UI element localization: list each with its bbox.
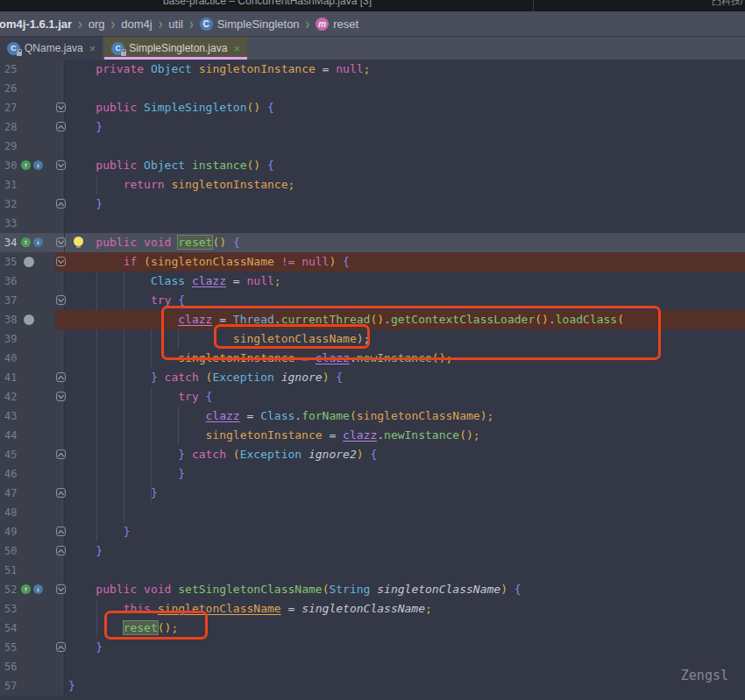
code-token (68, 467, 178, 480)
fold-toggle-icon[interactable] (56, 488, 66, 498)
fold-toggle-icon[interactable] (56, 122, 66, 131)
code-text[interactable] (65, 657, 745, 676)
code-text[interactable]: singletonInstance = clazz.newInstance(); (65, 349, 745, 368)
code-token: ; (425, 602, 432, 615)
code-text[interactable]: public void reset() { (65, 233, 745, 252)
breadcrumb-item-simplesingleton[interactable]: CSimpleSingleton (200, 18, 300, 31)
code-line-57: 57} (0, 676, 745, 696)
code-text[interactable]: } (65, 464, 745, 484)
line-number: 38 (4, 310, 17, 329)
fold-toggle-icon[interactable] (56, 103, 66, 112)
code-text[interactable] (65, 503, 745, 522)
code-text[interactable]: } (65, 522, 745, 541)
code-token (68, 428, 206, 442)
gutter: 38 (0, 310, 65, 329)
code-text[interactable]: try { (65, 387, 745, 407)
gutter: 28 (0, 117, 65, 137)
gutter: 46 (0, 464, 65, 484)
gutter: 26 (0, 79, 65, 98)
fold-toggle-icon[interactable] (56, 546, 66, 555)
fold-toggle-icon[interactable] (56, 160, 66, 170)
overridden-method-icon[interactable]: ↑ (21, 160, 31, 170)
breadcrumb-item-util[interactable]: util (168, 18, 183, 31)
code-text[interactable]: public void setSingletonClassName(String… (65, 580, 745, 599)
line-number: 26 (4, 79, 17, 98)
close-icon[interactable]: × (233, 43, 240, 54)
fold-toggle-icon[interactable] (56, 642, 66, 652)
gutter: 54 (0, 619, 65, 638)
fold-toggle-icon[interactable] (56, 449, 66, 459)
fold-toggle-icon[interactable] (56, 392, 66, 401)
code-text[interactable]: try { (65, 291, 745, 310)
breadcrumb-item-dom4j[interactable]: dom4j (121, 18, 152, 31)
code-token: null (302, 255, 329, 268)
tab-qname-java[interactable]: CQName.java× (0, 37, 103, 60)
code-text[interactable]: } (65, 638, 745, 657)
fold-toggle-icon[interactable] (56, 199, 66, 209)
code-token (199, 390, 206, 403)
code-text[interactable]: singletonInstance = clazz.newInstance(); (65, 426, 745, 445)
breadcrumb-separator-icon: › (111, 15, 116, 32)
code-text[interactable]: return singletonInstance; (65, 175, 745, 194)
line-number: 27 (4, 98, 17, 117)
code-text[interactable] (65, 79, 745, 98)
intention-bulb-icon[interactable] (74, 237, 83, 246)
breakpoint-icon[interactable] (24, 257, 34, 267)
code-text[interactable]: clazz = Class.forName(singletonClassName… (65, 407, 745, 426)
code-text[interactable]: } (65, 194, 745, 214)
code-token: void (144, 583, 171, 596)
breadcrumb-separator-icon: › (306, 15, 310, 32)
code-token: singletonInstance (199, 62, 316, 75)
overriding-method-icon[interactable]: ↓ (33, 160, 43, 170)
fold-toggle-icon[interactable] (56, 527, 66, 536)
code-text[interactable]: } catch (Exception ignore2) { (65, 445, 745, 464)
code-token: ( (233, 448, 240, 461)
close-icon[interactable]: × (89, 43, 96, 54)
gutter: 43 (0, 407, 65, 426)
overriding-method-icon[interactable]: ↓ (33, 237, 43, 247)
code-text[interactable]: Class clazz = null; (65, 272, 745, 291)
code-token (199, 371, 206, 384)
tab-simplesingleton-java[interactable]: CSimpleSingleton.java× (104, 37, 247, 60)
code-text[interactable]: if (singletonClassName != null) { (65, 252, 745, 272)
code-line-40: 40 singletonInstance = clazz.newInstance… (0, 349, 745, 368)
overridden-method-icon[interactable]: ↑ (21, 237, 31, 247)
code-text[interactable]: private Object singletonInstance = null; (65, 60, 745, 79)
code-editor[interactable]: 25 private Object singletonInstance = nu… (0, 60, 745, 700)
code-token: } (178, 467, 185, 480)
code-token (68, 621, 124, 634)
code-token: ; (171, 621, 178, 634)
code-text[interactable]: public Object instance() { (65, 156, 745, 175)
code-text[interactable]: } (65, 676, 745, 696)
overriding-method-icon[interactable]: ↓ (33, 584, 43, 594)
code-token (336, 255, 343, 268)
code-text[interactable]: reset(); (65, 619, 745, 638)
code-token (68, 293, 151, 307)
code-token: { (206, 390, 213, 403)
code-text[interactable]: } catch (Exception ignore) { (65, 368, 745, 387)
breadcrumb-item-org[interactable]: org (89, 18, 105, 31)
breadcrumb-item-om4j-1-6-1-jar[interactable]: om4j-1.6.1.jar (0, 18, 72, 31)
fold-toggle-icon[interactable] (56, 295, 66, 305)
method-icon: m (316, 18, 329, 31)
code-text[interactable] (65, 137, 745, 156)
code-text[interactable]: singletonClassName); (65, 329, 745, 349)
fold-toggle-icon[interactable] (56, 237, 66, 247)
breakpoint-icon[interactable] (24, 315, 34, 325)
code-text[interactable]: } (65, 117, 745, 137)
fold-toggle-icon[interactable] (56, 584, 66, 594)
code-text[interactable]: } (65, 541, 745, 561)
tab-label: SimpleSingleton.java (129, 42, 227, 54)
breadcrumb-item-reset[interactable]: mreset (316, 18, 358, 31)
fold-toggle-icon[interactable] (56, 257, 66, 266)
code-text[interactable] (65, 214, 745, 233)
overridden-method-icon[interactable]: ↑ (21, 584, 31, 594)
code-text[interactable]: } (65, 484, 745, 503)
code-text[interactable]: clazz = Thread.currentThread().getContex… (65, 310, 745, 329)
code-text[interactable]: this.singletonClassName = singletonClass… (65, 599, 745, 619)
code-token: } (96, 544, 103, 557)
fold-toggle-icon[interactable] (56, 372, 66, 382)
code-token: . (294, 409, 302, 422)
code-text[interactable]: public SimpleSingleton() { (65, 98, 745, 117)
code-text[interactable] (65, 561, 745, 580)
